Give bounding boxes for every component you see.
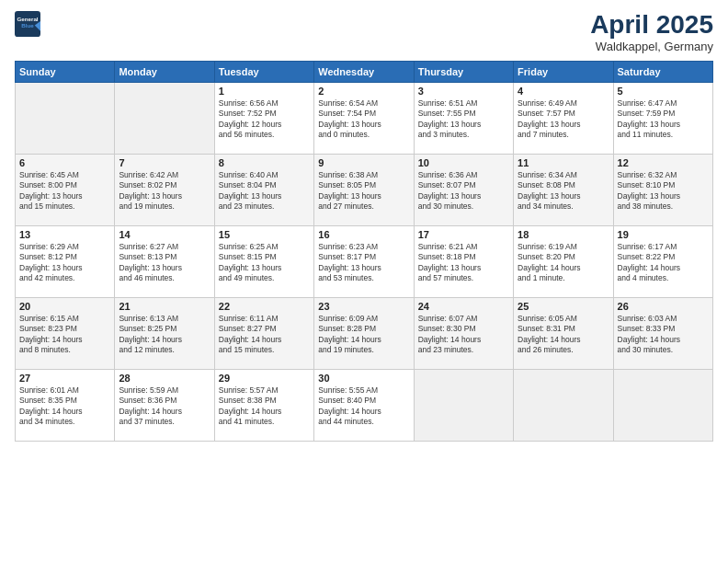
calendar-cell: 6Sunrise: 6:45 AM Sunset: 8:00 PM Daylig… (16, 154, 115, 225)
day-info: Sunrise: 6:23 AM Sunset: 8:17 PM Dayligh… (318, 242, 409, 284)
day-info: Sunrise: 6:15 AM Sunset: 8:23 PM Dayligh… (19, 314, 110, 356)
day-info: Sunrise: 6:47 AM Sunset: 7:59 PM Dayligh… (618, 98, 709, 141)
calendar-week-4: 20Sunrise: 6:15 AM Sunset: 8:23 PM Dayli… (16, 297, 713, 369)
day-info: Sunrise: 6:42 AM Sunset: 8:02 PM Dayligh… (119, 170, 210, 213)
day-number: 22 (219, 301, 310, 312)
day-info: Sunrise: 6:07 AM Sunset: 8:30 PM Dayligh… (418, 314, 509, 356)
day-info: Sunrise: 6:19 AM Sunset: 8:20 PM Dayligh… (518, 242, 609, 284)
day-number: 6 (19, 157, 110, 168)
day-info: Sunrise: 6:49 AM Sunset: 7:57 PM Dayligh… (518, 98, 609, 141)
weekday-header-friday: Friday (514, 61, 613, 82)
calendar-week-2: 6Sunrise: 6:45 AM Sunset: 8:00 PM Daylig… (16, 154, 713, 225)
calendar-cell: 19Sunrise: 6:17 AM Sunset: 8:22 PM Dayli… (613, 225, 712, 297)
weekday-header-thursday: Thursday (414, 61, 513, 82)
day-number: 24 (418, 301, 509, 312)
calendar-cell: 8Sunrise: 6:40 AM Sunset: 8:04 PM Daylig… (214, 154, 313, 225)
calendar-cell: 22Sunrise: 6:11 AM Sunset: 8:27 PM Dayli… (214, 297, 313, 369)
calendar-cell: 2Sunrise: 6:54 AM Sunset: 7:54 PM Daylig… (314, 82, 414, 154)
svg-text:General: General (17, 16, 38, 22)
day-info: Sunrise: 5:57 AM Sunset: 8:38 PM Dayligh… (219, 385, 310, 428)
calendar-title: April 2025 (590, 11, 713, 40)
day-info: Sunrise: 6:36 AM Sunset: 8:07 PM Dayligh… (418, 170, 509, 213)
weekday-header-wednesday: Wednesday (314, 61, 414, 82)
day-info: Sunrise: 6:34 AM Sunset: 8:08 PM Dayligh… (518, 170, 609, 213)
day-number: 12 (618, 157, 709, 168)
calendar-cell: 5Sunrise: 6:47 AM Sunset: 7:59 PM Daylig… (613, 82, 712, 154)
day-info: Sunrise: 6:56 AM Sunset: 7:52 PM Dayligh… (219, 98, 310, 141)
weekday-header-monday: Monday (115, 61, 214, 82)
weekday-header-saturday: Saturday (613, 61, 712, 82)
calendar-cell: 12Sunrise: 6:32 AM Sunset: 8:10 PM Dayli… (613, 154, 712, 225)
day-number: 21 (119, 301, 210, 312)
calendar-cell: 30Sunrise: 5:55 AM Sunset: 8:40 PM Dayli… (314, 369, 414, 441)
day-number: 2 (318, 86, 409, 97)
day-number: 11 (518, 157, 609, 168)
svg-text:Blue: Blue (21, 22, 34, 29)
calendar-cell: 27Sunrise: 6:01 AM Sunset: 8:35 PM Dayli… (16, 369, 115, 441)
day-number: 1 (219, 86, 310, 97)
day-info: Sunrise: 6:11 AM Sunset: 8:27 PM Dayligh… (219, 314, 310, 356)
calendar-subtitle: Waldkappel, Germany (590, 40, 713, 53)
calendar-cell (514, 369, 613, 441)
calendar-cell: 21Sunrise: 6:13 AM Sunset: 8:25 PM Dayli… (115, 297, 214, 369)
day-info: Sunrise: 6:17 AM Sunset: 8:22 PM Dayligh… (618, 242, 709, 284)
calendar-cell: 16Sunrise: 6:23 AM Sunset: 8:17 PM Dayli… (314, 225, 414, 297)
calendar-cell (16, 82, 115, 154)
day-info: Sunrise: 6:01 AM Sunset: 8:35 PM Dayligh… (19, 385, 110, 428)
day-info: Sunrise: 6:32 AM Sunset: 8:10 PM Dayligh… (618, 170, 709, 213)
calendar-cell: 10Sunrise: 6:36 AM Sunset: 8:07 PM Dayli… (414, 154, 513, 225)
day-number: 3 (418, 86, 509, 97)
day-info: Sunrise: 6:21 AM Sunset: 8:18 PM Dayligh… (418, 242, 509, 284)
calendar-cell (414, 369, 513, 441)
day-number: 13 (19, 229, 110, 240)
calendar-cell (613, 369, 712, 441)
day-number: 5 (618, 86, 709, 97)
calendar-cell: 29Sunrise: 5:57 AM Sunset: 8:38 PM Dayli… (214, 369, 313, 441)
calendar-week-3: 13Sunrise: 6:29 AM Sunset: 8:12 PM Dayli… (16, 225, 713, 297)
day-number: 16 (318, 229, 409, 240)
calendar-week-5: 27Sunrise: 6:01 AM Sunset: 8:35 PM Dayli… (16, 369, 713, 441)
calendar-cell: 7Sunrise: 6:42 AM Sunset: 8:02 PM Daylig… (115, 154, 214, 225)
day-info: Sunrise: 6:03 AM Sunset: 8:33 PM Dayligh… (618, 314, 709, 356)
day-info: Sunrise: 6:13 AM Sunset: 8:25 PM Dayligh… (119, 314, 210, 356)
day-number: 23 (318, 301, 409, 312)
day-info: Sunrise: 6:38 AM Sunset: 8:05 PM Dayligh… (318, 170, 409, 213)
day-number: 7 (119, 157, 210, 168)
day-number: 9 (318, 157, 409, 168)
day-number: 19 (618, 229, 709, 240)
day-info: Sunrise: 6:54 AM Sunset: 7:54 PM Dayligh… (318, 98, 409, 141)
weekday-header-tuesday: Tuesday (214, 61, 313, 82)
day-info: Sunrise: 5:55 AM Sunset: 8:40 PM Dayligh… (318, 385, 409, 428)
calendar-cell: 15Sunrise: 6:25 AM Sunset: 8:15 PM Dayli… (214, 225, 313, 297)
calendar-cell: 18Sunrise: 6:19 AM Sunset: 8:20 PM Dayli… (514, 225, 613, 297)
weekday-header-row: SundayMondayTuesdayWednesdayThursdayFrid… (16, 61, 713, 82)
weekday-header-sunday: Sunday (16, 61, 115, 82)
day-info: Sunrise: 6:25 AM Sunset: 8:15 PM Dayligh… (219, 242, 310, 284)
day-number: 4 (518, 86, 609, 97)
day-number: 29 (219, 373, 310, 384)
day-info: Sunrise: 6:45 AM Sunset: 8:00 PM Dayligh… (19, 170, 110, 213)
calendar-week-1: 1Sunrise: 6:56 AM Sunset: 7:52 PM Daylig… (16, 82, 713, 154)
day-number: 10 (418, 157, 509, 168)
title-block: April 2025 Waldkappel, Germany (590, 11, 713, 53)
day-number: 14 (119, 229, 210, 240)
day-number: 8 (219, 157, 310, 168)
calendar-cell: 13Sunrise: 6:29 AM Sunset: 8:12 PM Dayli… (16, 225, 115, 297)
day-number: 15 (219, 229, 310, 240)
day-info: Sunrise: 6:51 AM Sunset: 7:55 PM Dayligh… (418, 98, 509, 141)
day-info: Sunrise: 6:27 AM Sunset: 8:13 PM Dayligh… (119, 242, 210, 284)
day-number: 27 (19, 373, 110, 384)
calendar-cell: 26Sunrise: 6:03 AM Sunset: 8:33 PM Dayli… (613, 297, 712, 369)
day-info: Sunrise: 6:29 AM Sunset: 8:12 PM Dayligh… (19, 242, 110, 284)
day-number: 18 (518, 229, 609, 240)
calendar-cell: 3Sunrise: 6:51 AM Sunset: 7:55 PM Daylig… (414, 82, 513, 154)
calendar-cell (115, 82, 214, 154)
day-number: 17 (418, 229, 509, 240)
calendar-cell: 1Sunrise: 6:56 AM Sunset: 7:52 PM Daylig… (214, 82, 313, 154)
calendar-cell: 20Sunrise: 6:15 AM Sunset: 8:23 PM Dayli… (16, 297, 115, 369)
calendar-cell: 11Sunrise: 6:34 AM Sunset: 8:08 PM Dayli… (514, 154, 613, 225)
day-info: Sunrise: 5:59 AM Sunset: 8:36 PM Dayligh… (119, 385, 210, 428)
day-info: Sunrise: 6:40 AM Sunset: 8:04 PM Dayligh… (219, 170, 310, 213)
day-info: Sunrise: 6:05 AM Sunset: 8:31 PM Dayligh… (518, 314, 609, 356)
day-number: 26 (618, 301, 709, 312)
